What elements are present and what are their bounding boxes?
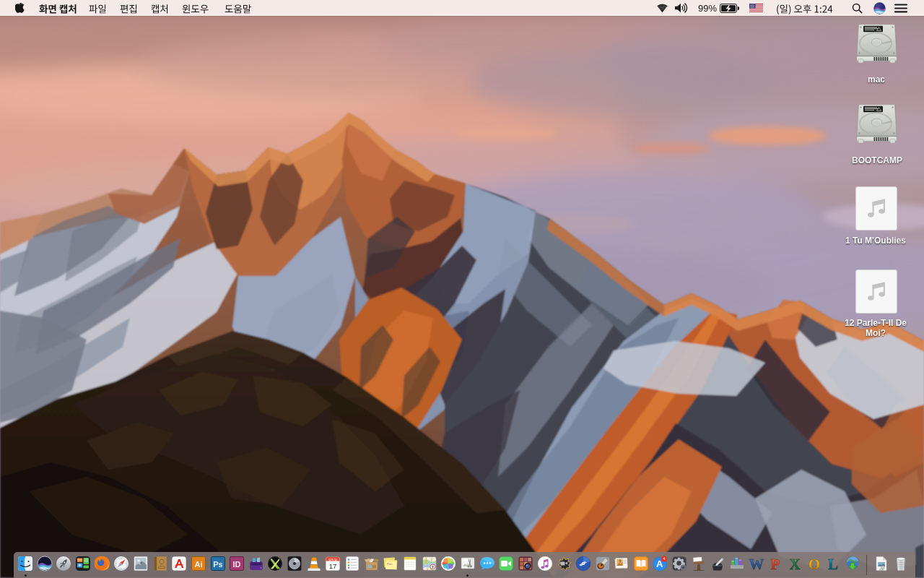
svg-text:Plans: Plans [387, 563, 393, 566]
svg-text:L: L [828, 556, 838, 571]
svg-text:ID: ID [233, 560, 241, 569]
svg-text:Ps: Ps [213, 560, 222, 569]
svg-text:17: 17 [329, 562, 337, 570]
svg-text:PDF: PDF [879, 569, 884, 571]
svg-text:O: O [808, 556, 819, 571]
svg-text:W: W [749, 556, 764, 571]
svg-text:일요일: 일요일 [328, 558, 337, 561]
svg-text:X: X [789, 556, 800, 571]
svg-text:4: 4 [663, 556, 666, 561]
svg-text:P: P [771, 556, 780, 571]
svg-text:Ai: Ai [194, 560, 202, 569]
